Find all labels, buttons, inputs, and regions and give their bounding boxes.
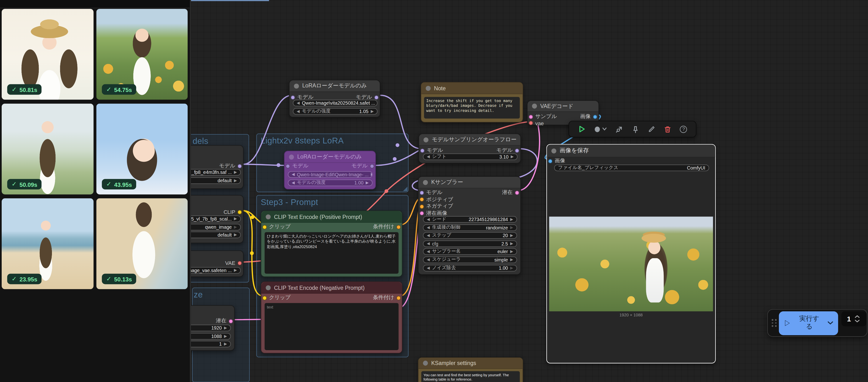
increment-arrow[interactable]: ▶ [510,217,513,222]
node-title-bar[interactable]: Kサンプラー [418,177,521,188]
increment-arrow[interactable]: ▶ [224,326,227,330]
generated-image-preview[interactable] [549,216,713,311]
increment-arrow[interactable]: ▶ [510,266,513,270]
increment-arrow[interactable]: ▶ [234,216,237,221]
node-ksampler-settings-note[interactable]: KSampler settings You can test and find … [418,357,523,382]
increment-arrow[interactable]: ▶ [224,334,227,339]
gallery-image[interactable]: ✓ 50.09s [2,104,94,195]
conditioning-input-dot[interactable] [420,197,424,202]
decrement-arrow[interactable]: ◀ [292,172,294,177]
node-collapse-dot[interactable] [294,83,299,88]
node-clip-text-negative[interactable]: CLIP Text Encode (Negative Prompt) クリップ … [260,282,402,353]
decrement-arrow[interactable]: ◀ [297,101,300,106]
latent-input-dot[interactable] [529,115,533,119]
negative-prompt-textarea[interactable]: text [265,303,399,350]
image-input-dot[interactable] [548,159,553,163]
node-collapse-dot[interactable] [426,86,431,91]
scheduler-widget[interactable]: ◀ スケジューラ simple ▶ [423,257,517,263]
lora-name-widget[interactable]: ◀ Qwen-Image\vita20250824.safet ... ▶ [293,100,378,106]
model-input-dot[interactable] [290,95,295,100]
conditioning-input-dot[interactable] [420,204,424,209]
decrement-arrow[interactable]: ◀ [427,266,430,270]
cfg-widget[interactable]: ◀ cfg 2.5 ▶ [423,240,517,247]
input-slot-model[interactable]: モデル [420,189,442,196]
group-resize-handle[interactable] [403,187,408,192]
node-note[interactable]: Note Increase the shift if you get too m… [421,82,523,122]
decrement-arrow[interactable]: ◀ [427,241,430,246]
filename-prefix-widget[interactable]: ファイル名_プレフィックス ComfyUI [554,165,709,171]
node-model-sampling[interactable]: モデルサンプリングオーラフロー モデル モデル ◀ シフト 3.10 ▶ [418,134,521,163]
output-slot-vae[interactable]: VAE [225,260,242,266]
image-gallery-panel[interactable]: ✓ 50.81s ✓ 54.75s ✓ 50.09s ✓ 43.95s ✓ [0,0,191,382]
output-slot-latent[interactable]: 潜在 [216,317,233,325]
decrement-arrow[interactable]: ◀ [427,154,430,159]
input-slot-clip[interactable]: クリップ [262,294,290,301]
batch-count-stepper[interactable]: 1 [841,311,866,326]
run-workflow-button[interactable]: ▷ 実行する [779,311,838,335]
lora-name-widget[interactable]: ◀ Qwen-Image-Edit\Qwen-Image- ... ▶ [288,171,373,178]
sampler-name-widget[interactable]: ◀ サンプラー名 euler ▶ [423,248,517,255]
input-slot-latent-image[interactable]: 潜在画像 [420,210,447,217]
gallery-image[interactable]: ✓ 43.95s [96,104,188,195]
gallery-image[interactable]: ✓ 50.13s [96,198,188,289]
selection-toolbar[interactable]: ? [569,121,696,137]
node-title-bar[interactable]: LoRAローダーモデルのみ [289,80,380,92]
decrement-arrow[interactable]: ◀ [427,233,430,238]
node-title-bar[interactable]: モデルサンプリングオーラフロー [419,134,520,146]
increment-arrow[interactable]: ▶ [510,249,513,254]
positive-prompt-textarea[interactable]: ひまわり畑に大人のかっこいいロングヘアのお姉さんが1人,麦わら帽子をかぶっている… [265,232,399,273]
note-text[interactable]: You can test and find the best setting b… [421,371,520,382]
node-collapse-dot[interactable] [266,285,271,290]
delete-node-button[interactable] [664,125,672,134]
mute-node-button[interactable] [594,125,607,133]
input-slot-samples[interactable]: サンプル [529,113,557,120]
input-slot-vae[interactable]: vae [529,120,544,126]
decrement-arrow[interactable]: ◀ [427,258,430,262]
shift-widget[interactable]: ◀ シフト 3.10 ▶ [423,153,518,160]
note-text[interactable]: Increase the shift if you get too many b… [424,97,520,119]
increment-arrow[interactable]: ▶ [371,172,372,177]
node-lora-loader-bypassed[interactable]: LoRAローダーモデルのみ モデル モデル ◀ Qwen-Image-Edit\… [284,151,376,189]
image-output-dot[interactable] [593,115,597,119]
node-collapse-dot[interactable] [423,361,428,366]
bypass-node-button[interactable] [615,125,623,134]
node-title-bar[interactable]: CLIP Text Encode (Negative Prompt) [261,282,402,294]
vae-input-dot[interactable] [529,121,533,125]
help-button[interactable]: ? [680,125,687,133]
gallery-image[interactable]: ✓ 23.95s [2,198,94,289]
decrement-arrow[interactable]: ◀ [292,180,294,185]
model-output-dot[interactable] [370,164,374,168]
increment-arrow[interactable]: ▶ [234,170,237,175]
node-collapse-dot[interactable] [424,137,429,142]
node-clip-text-positive[interactable]: CLIP Text Encode (Positive Prompt) クリップ … [260,210,402,277]
increment-arrow[interactable]: ▶ [234,225,237,229]
increment-arrow[interactable]: ▶ [510,241,513,246]
output-slot-model[interactable]: モデル [219,163,242,170]
latent-output-dot[interactable] [228,319,233,323]
node-collapse-dot[interactable] [266,214,271,219]
node-title-bar[interactable]: KSampler settings [418,358,523,369]
decrement-arrow[interactable]: ◀ [297,109,300,114]
lora-strength-widget[interactable]: ◀ モデルの強度 1.00 ▶ [288,179,373,186]
output-slot-model[interactable]: モデル [351,163,374,170]
output-slot-model[interactable]: モデル [496,147,519,154]
increment-arrow[interactable]: ▶ [366,180,369,185]
node-title-bar[interactable]: 画像を保存 [547,145,715,157]
increment-arrow[interactable]: ▶ [511,154,514,159]
decrement-arrow[interactable]: ◀ [427,217,430,222]
latent-output-dot[interactable] [515,190,519,195]
node-title-bar[interactable]: LoRAローダーモデルのみ [284,151,375,163]
run-node-button[interactable] [578,125,585,133]
pin-node-button[interactable] [631,125,639,134]
output-slot-latent[interactable]: 潜在 [502,189,519,196]
seed-widget[interactable]: ◀ シード 227345129861284 ▶ [423,216,517,223]
steps-widget[interactable]: ◀ ステップ 20 ▶ [423,232,517,239]
increment-arrow[interactable]: ▶ [371,109,374,114]
input-slot-negative[interactable]: ネガティブ [420,203,453,210]
node-collapse-dot[interactable] [532,104,537,109]
model-input-dot[interactable] [286,164,290,168]
increment-arrow[interactable]: ▶ [234,268,237,273]
vae-output-dot[interactable] [238,261,242,265]
increment-arrow[interactable]: ▶ [377,101,378,106]
node-title-bar[interactable]: Note [421,83,522,94]
